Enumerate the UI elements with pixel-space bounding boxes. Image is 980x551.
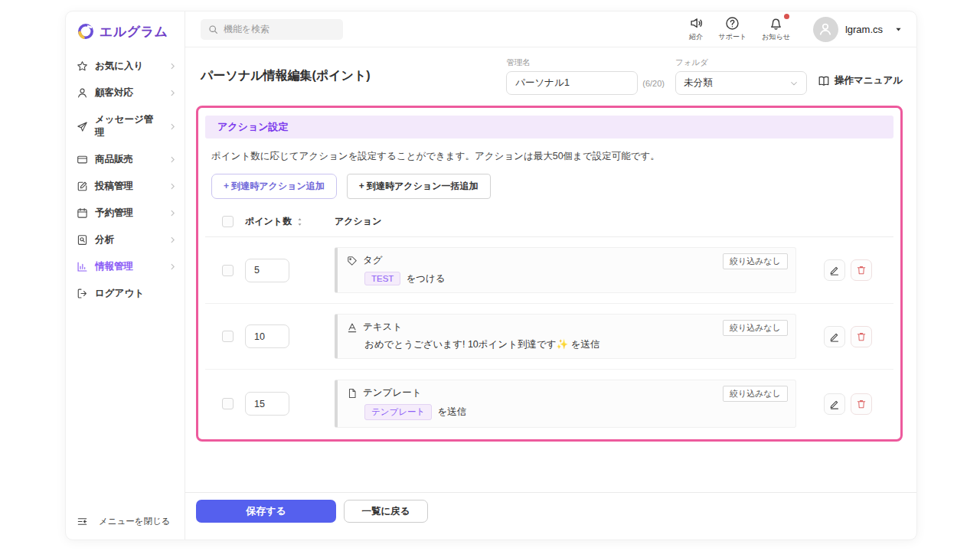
question-icon xyxy=(725,16,740,31)
sidebar-item-logout[interactable]: ログアウト xyxy=(66,280,185,307)
edit-button[interactable] xyxy=(824,326,845,347)
sidebar-item-label: 予約管理 xyxy=(95,207,133,220)
brand-name: エルグラム xyxy=(100,23,168,41)
sidebar-item-favorites[interactable]: お気に入り xyxy=(66,53,185,80)
search-box xyxy=(201,19,343,40)
chevron-right-icon xyxy=(168,236,177,244)
edit-button[interactable] xyxy=(824,393,845,415)
intro-label: 紹介 xyxy=(689,32,703,42)
admin-name-counter: (6/20) xyxy=(642,79,665,88)
sort-points-control[interactable] xyxy=(296,217,304,227)
bell-icon xyxy=(769,16,783,31)
folder-selected-value: 未分類 xyxy=(684,77,713,90)
notifications-button[interactable]: お知らせ xyxy=(762,16,790,42)
folder-label: フォルダ xyxy=(675,57,807,68)
send-icon xyxy=(77,121,88,132)
sidebar-item-customers[interactable]: 顧客対応 xyxy=(66,80,185,106)
search-icon xyxy=(208,24,218,34)
sidebar-nav: お気に入り 顧客対応 メッセージ管理 商品販売 投稿管理 xyxy=(66,48,185,505)
app-window: エルグラム お気に入り 顧客対応 メッセージ管理 商品販売 xyxy=(65,11,917,540)
action-card: タグ TEST をつける 絞り込みなし xyxy=(335,247,796,293)
delete-button[interactable] xyxy=(851,393,872,415)
logout-icon xyxy=(77,288,88,299)
action-type-label: テンプレート xyxy=(363,386,421,399)
sidebar-item-reservations[interactable]: 予約管理 xyxy=(66,200,185,227)
topbar-actions: 紹介 サポート お知らせ lgram.cs xyxy=(689,16,903,42)
sidebar-item-label: 商品販売 xyxy=(95,153,133,166)
back-to-list-button[interactable]: 一覧に戻る xyxy=(344,500,428,523)
action-suffix: を送信 xyxy=(437,406,466,419)
sidebar-item-analytics[interactable]: 分析 xyxy=(66,227,185,253)
template-value-badge: テンプレート xyxy=(364,404,432,420)
save-button[interactable]: 保存する xyxy=(196,500,336,523)
action-card: テンプレート テンプレート を送信 絞り込みなし xyxy=(335,380,796,428)
action-type-label: テキスト xyxy=(363,321,402,334)
delete-button[interactable] xyxy=(851,326,872,347)
main-area: 紹介 サポート お知らせ lgram.cs パーソナル情 xyxy=(185,11,916,540)
text-icon xyxy=(347,322,358,333)
sidebar-item-label: 情報管理 xyxy=(95,260,133,273)
points-input[interactable] xyxy=(245,392,289,416)
sidebar-item-label: ログアウト xyxy=(95,287,144,300)
intro-button[interactable]: 紹介 xyxy=(689,16,704,42)
page-title: パーソナル情報編集(ポイント) xyxy=(201,57,371,84)
select-all-checkbox[interactable] xyxy=(222,216,234,227)
person-icon xyxy=(77,87,88,99)
page-header-fields: 管理名 (6/20) フォルダ 未分類 操作マニュアル xyxy=(506,57,903,95)
topbar: 紹介 サポート お知らせ lgram.cs xyxy=(185,11,916,47)
edit-button[interactable] xyxy=(824,259,845,281)
notifications-label: お知らせ xyxy=(762,32,790,42)
filter-status-badge: 絞り込みなし xyxy=(723,320,788,336)
folder-select[interactable]: 未分類 xyxy=(675,71,807,95)
footer-actions: 保存する 一覧に戻る xyxy=(185,492,916,540)
bar-chart-icon xyxy=(77,261,88,272)
brand-logo: エルグラム xyxy=(66,11,185,48)
row-checkbox[interactable] xyxy=(222,331,234,342)
delete-button[interactable] xyxy=(851,259,872,281)
edit-square-icon xyxy=(77,181,88,192)
admin-name-input[interactable] xyxy=(506,71,638,95)
card-icon xyxy=(77,154,88,165)
support-button[interactable]: サポート xyxy=(719,16,747,42)
add-action-button[interactable]: + 到達時アクション追加 xyxy=(211,174,337,199)
admin-name-label: 管理名 xyxy=(506,57,665,68)
sidebar-item-posts[interactable]: 投稿管理 xyxy=(66,173,185,200)
sidebar-item-messages[interactable]: メッセージ管理 xyxy=(66,106,185,146)
tag-icon xyxy=(347,256,358,266)
table-row: テキスト おめでとうございます! 10ポイント到達です✨ を送信 絞り込みなし xyxy=(205,304,893,370)
brand-logo-icon xyxy=(77,22,95,41)
sidebar-item-info-management[interactable]: 情報管理 xyxy=(66,253,185,280)
star-icon xyxy=(77,60,88,72)
row-checkbox[interactable] xyxy=(222,265,234,276)
chevron-right-icon xyxy=(168,209,177,217)
notification-badge-dot xyxy=(784,14,789,19)
chevron-right-icon xyxy=(168,122,177,131)
sidebar-item-label: 投稿管理 xyxy=(95,180,133,193)
chevron-down-icon xyxy=(789,79,799,88)
points-input[interactable] xyxy=(245,259,289,282)
megaphone-icon xyxy=(689,16,704,31)
collapse-menu-icon xyxy=(77,516,88,527)
panel-header: アクション設定 xyxy=(205,116,893,139)
points-input[interactable] xyxy=(245,324,289,348)
search-input[interactable] xyxy=(224,24,323,34)
action-settings-panel: アクション設定 ポイント数に応じてアクションを設定することができます。アクション… xyxy=(196,106,903,442)
tag-value-badge: TEST xyxy=(364,272,400,285)
row-checkbox[interactable] xyxy=(222,398,234,409)
content-spacer xyxy=(185,442,916,492)
action-column-header: アクション xyxy=(335,215,381,228)
sidebar-item-label: 顧客対応 xyxy=(95,86,133,99)
panel-buttons: + 到達時アクション追加 + 到達時アクション一括追加 xyxy=(211,174,887,199)
analysis-icon xyxy=(77,234,88,246)
filter-status-badge: 絞り込みなし xyxy=(723,386,788,402)
table-header: ポイント数 アクション xyxy=(205,207,893,237)
manual-link[interactable]: 操作マニュアル xyxy=(818,74,903,87)
account-menu[interactable]: lgram.cs xyxy=(813,17,903,42)
sidebar-item-sales[interactable]: 商品販売 xyxy=(66,146,185,173)
account-name: lgram.cs xyxy=(845,24,883,35)
template-file-icon xyxy=(347,388,358,399)
close-menu-button[interactable]: メニューを閉じる xyxy=(66,505,185,540)
sidebar-item-label: メッセージ管理 xyxy=(95,113,162,139)
bulk-add-action-button[interactable]: + 到達時アクション一括追加 xyxy=(347,174,491,199)
chevron-right-icon xyxy=(168,262,177,271)
